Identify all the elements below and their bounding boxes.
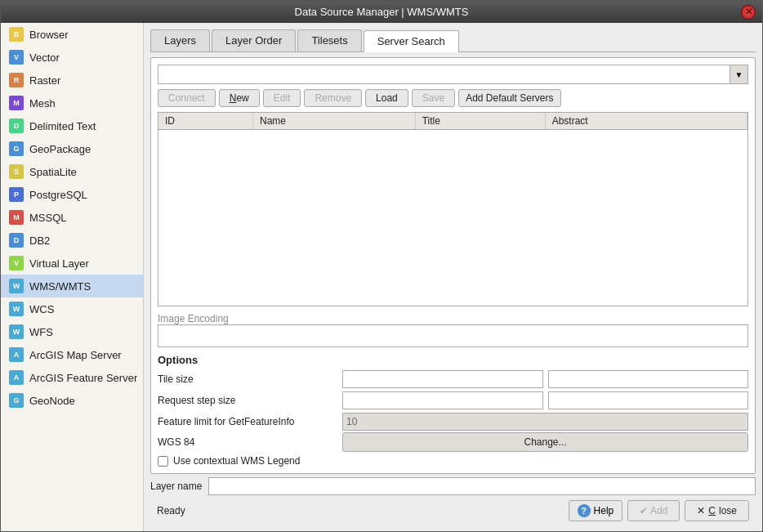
window-close-button[interactable]: ✕	[741, 5, 756, 20]
sidebar-label-browser: Browser	[29, 29, 69, 41]
connect-button[interactable]: Connect	[158, 89, 216, 107]
sidebar-icon-arcgis-map-server: A	[9, 347, 24, 362]
sidebar-item-vector[interactable]: V Vector	[1, 46, 143, 69]
feature-limit-input	[342, 413, 748, 431]
server-table-area: ID Name Title Abstract	[158, 112, 748, 306]
sidebar-item-browser[interactable]: B Browser	[1, 23, 143, 46]
sidebar-label-postgresql: PostgreSQL	[29, 189, 87, 201]
layer-name-row: Layer name	[150, 474, 756, 497]
contextual-wms-checkbox[interactable]	[158, 456, 168, 467]
sidebar-label-mssql: MSSQL	[29, 212, 67, 224]
sidebar-label-wfs: WFS	[29, 326, 53, 338]
help-icon: ?	[578, 504, 591, 517]
new-button[interactable]: New	[219, 89, 260, 107]
sidebar-label-geopackage: GeoPackage	[29, 143, 91, 155]
sidebar-label-geonode: GeoNode	[29, 395, 75, 407]
options-title: Options	[158, 354, 748, 366]
sidebar-icon-arcgis-feature-server: A	[9, 370, 24, 385]
save-button[interactable]: Save	[412, 89, 455, 107]
sidebar-icon-raster: R	[9, 73, 24, 87]
sidebar-icon-postgresql: P	[9, 187, 24, 202]
change-button[interactable]: Change...	[342, 432, 748, 452]
tab-layers[interactable]: Layers	[150, 29, 210, 51]
load-button[interactable]: Load	[365, 89, 408, 107]
sidebar-item-geopackage[interactable]: G GeoPackage	[1, 137, 143, 160]
contextual-wms-row: Use contextual WMS Legend	[158, 455, 748, 467]
help-button[interactable]: ? Help	[569, 500, 623, 521]
tile-size-input-2[interactable]	[548, 370, 749, 388]
sidebar-icon-wms-wmts: W	[9, 279, 24, 293]
sidebar-item-mesh[interactable]: M Mesh	[1, 92, 143, 114]
action-button-row: Connect New Edit Remove Load S	[158, 89, 748, 107]
sidebar-label-virtual-layer: Virtual Layer	[29, 257, 89, 270]
server-dropdown-row: ▼	[158, 65, 748, 84]
sidebar-icon-db2: D	[9, 233, 24, 248]
col-id: ID	[158, 113, 253, 130]
sidebar-icon-virtual-layer: V	[9, 256, 24, 270]
sidebar-item-wfs[interactable]: W WFS	[1, 320, 143, 343]
sidebar-item-db2[interactable]: D DB2	[1, 229, 143, 252]
add-default-servers-button[interactable]: Add Default Servers	[458, 89, 560, 107]
sidebar-item-virtual-layer[interactable]: V Virtual Layer	[1, 252, 143, 275]
tab-tilesets[interactable]: Tilesets	[297, 29, 361, 51]
image-encoding-label: Image Encoding	[158, 313, 748, 324]
wgs-row: WGS 84 Change...	[158, 432, 748, 452]
sidebar-label-arcgis-map-server: ArcGIS Map Server	[29, 349, 122, 361]
close-button[interactable]: ✕ Close	[685, 500, 749, 521]
image-encoding-section: Image Encoding	[158, 311, 748, 347]
sidebar-item-wcs[interactable]: W WCS	[1, 297, 143, 320]
sidebar-label-wms-wmts: WMS/WMTS	[29, 280, 91, 293]
sidebar-icon-geonode: G	[9, 393, 24, 408]
server-select[interactable]	[158, 65, 730, 84]
layer-name-label: Layer name	[150, 481, 202, 492]
sidebar-item-arcgis-feature-server[interactable]: A ArcGIS Feature Server	[1, 366, 143, 389]
tab-layer-order[interactable]: Layer Order	[212, 29, 296, 51]
tile-size-label: Tile size	[158, 373, 337, 385]
sidebar-item-arcgis-map-server[interactable]: A ArcGIS Map Server	[1, 343, 143, 366]
col-name: Name	[253, 113, 416, 130]
sidebar-item-raster[interactable]: R Raster	[1, 69, 143, 92]
tab-server-search[interactable]: Server Search	[364, 30, 459, 52]
sidebar-label-db2: DB2	[29, 235, 50, 247]
sidebar-item-wms-wmts[interactable]: W WMS/WMTS	[1, 275, 143, 297]
tab-bar: Layers Layer Order Tilesets Server Searc…	[150, 29, 756, 52]
sidebar-icon-mesh: M	[9, 96, 24, 110]
sidebar-label-delimited-text: Delimited Text	[29, 120, 96, 132]
dropdown-arrow-button[interactable]: ▼	[730, 65, 748, 84]
wgs-label: WGS 84	[158, 436, 337, 448]
sidebar-label-arcgis-feature-server: ArcGIS Feature Server	[29, 372, 137, 384]
sidebar-item-delimited-text[interactable]: D Delimited Text	[1, 114, 143, 137]
col-title: Title	[415, 113, 545, 130]
sidebar-icon-wcs: W	[9, 302, 24, 316]
sidebar-label-spatialite: SpatiaLite	[29, 166, 77, 178]
close-x-icon: ✕	[745, 7, 752, 17]
add-button[interactable]: ✔ Add	[627, 500, 680, 521]
sidebar: B Browser V Vector R Raster M Mesh D Del…	[1, 23, 144, 531]
sidebar-icon-spatialite: S	[9, 164, 24, 179]
sidebar-item-geonode[interactable]: G GeoNode	[1, 389, 143, 412]
layer-name-input[interactable]	[208, 477, 756, 495]
sidebar-item-spatialite[interactable]: S SpatiaLite	[1, 160, 143, 183]
request-step-input-1[interactable]	[342, 391, 543, 409]
sidebar-icon-browser: B	[9, 27, 24, 42]
image-encoding-input[interactable]	[158, 324, 748, 347]
server-search-panel: ▼ Connect New Edit Remove	[150, 57, 756, 474]
sidebar-item-postgresql[interactable]: P PostgreSQL	[1, 183, 143, 206]
statusbar: Ready ? Help ✔ Add ✕ Close	[150, 497, 756, 525]
request-step-input-2[interactable]	[548, 391, 749, 409]
sidebar-label-raster: Raster	[29, 74, 60, 87]
sidebar-icon-delimited-text: D	[9, 118, 24, 133]
tile-size-input-1[interactable]	[342, 370, 543, 388]
remove-button[interactable]: Remove	[304, 89, 362, 107]
sidebar-label-mesh: Mesh	[29, 97, 56, 110]
server-table: ID Name Title Abstract	[158, 113, 747, 130]
sidebar-icon-vector: V	[9, 50, 24, 65]
main-window: Data Source Manager | WMS/WMTS ✕ B Brows…	[0, 0, 763, 532]
right-panel: Layers Layer Order Tilesets Server Searc…	[144, 23, 762, 531]
sidebar-item-mssql[interactable]: M MSSQL	[1, 206, 143, 229]
edit-button[interactable]: Edit	[263, 89, 301, 107]
request-step-label: Request step size	[158, 395, 337, 406]
sidebar-icon-geopackage: G	[9, 141, 24, 156]
main-content: B Browser V Vector R Raster M Mesh D Del…	[1, 23, 762, 531]
options-grid: Tile size Request step size Feature limi…	[158, 370, 748, 431]
